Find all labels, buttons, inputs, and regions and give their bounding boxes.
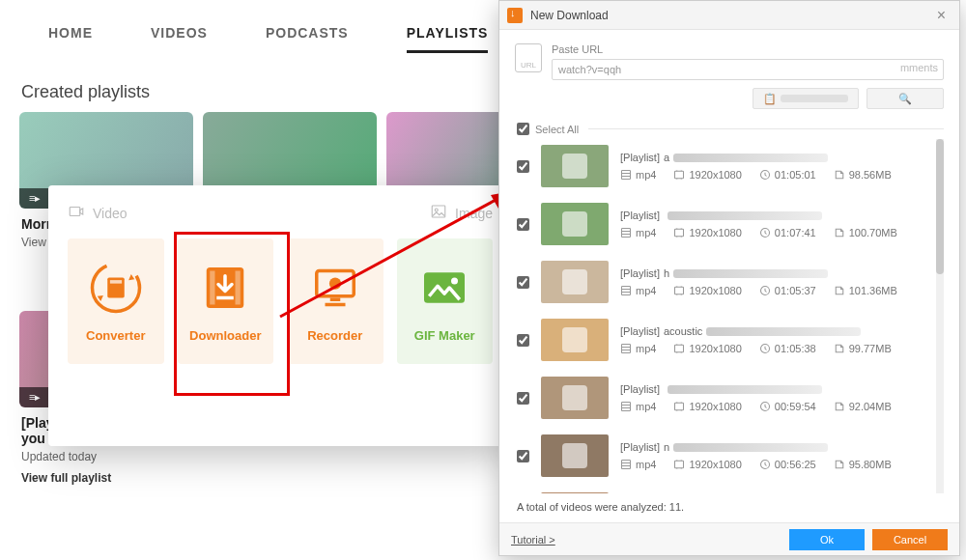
item-title-blur <box>673 443 828 452</box>
download-item[interactable]: [Playlist] acousticmp41920x108001:05:389… <box>515 313 938 371</box>
item-title-blur <box>706 327 861 336</box>
item-size: 101.36MB <box>849 285 897 296</box>
tutorial-link[interactable]: Tutorial > <box>511 534 555 546</box>
item-checkbox[interactable] <box>517 334 529 347</box>
duration-icon <box>759 459 771 470</box>
format-icon <box>620 459 632 470</box>
svg-rect-41 <box>675 403 684 410</box>
scrollbar-thumb[interactable] <box>936 139 944 274</box>
item-checkbox[interactable] <box>517 276 529 289</box>
analyze-button[interactable]: 📋 <box>753 88 859 109</box>
item-thumbnail <box>541 145 609 187</box>
cancel-button[interactable]: Cancel <box>872 529 948 550</box>
item-thumbnail <box>541 492 609 493</box>
item-title-blur <box>668 385 822 394</box>
item-format: mp4 <box>636 285 656 296</box>
item-duration: 01:07:41 <box>775 227 816 238</box>
item-size: 92.04MB <box>849 401 892 412</box>
download-item[interactable]: [Playlist] mp41920x108000:59:5492.04MB <box>515 371 938 429</box>
svg-rect-5 <box>110 280 122 284</box>
item-prefix: [Playlist] <box>620 267 660 279</box>
item-prefix: [Playlist] <box>620 210 660 221</box>
duration-icon <box>759 169 771 181</box>
tool-label: Converter <box>86 328 145 343</box>
tool-converter[interactable]: Converter <box>68 238 164 364</box>
svg-rect-12 <box>330 297 341 301</box>
resolution-icon <box>673 285 685 296</box>
svg-rect-9 <box>217 295 235 299</box>
recorder-icon <box>308 261 362 315</box>
item-checkbox[interactable] <box>517 160 529 173</box>
format-icon <box>620 343 632 354</box>
svg-rect-38 <box>622 403 631 411</box>
url-tail-text: mments <box>900 62 938 73</box>
tool-gif-maker[interactable]: GIF Maker <box>397 238 494 364</box>
select-all-label: Select All <box>535 124 579 135</box>
download-item[interactable]: [Playlist] amp41920x108000:42:3663.04MB <box>515 487 938 493</box>
svg-point-2 <box>435 209 438 211</box>
item-duration: 00:59:54 <box>775 401 816 412</box>
download-item[interactable]: [Playlist] mp41920x108001:07:41100.70MB <box>515 197 938 255</box>
item-title-blur <box>668 211 822 220</box>
tab-podcasts[interactable]: PODCASTS <box>266 25 349 53</box>
item-thumbnail <box>541 377 609 419</box>
download-item[interactable]: [Playlist] nmp41920x108000:56:2595.80MB <box>515 429 938 487</box>
tab-playlists[interactable]: PLAYLISTS <box>407 25 489 53</box>
close-button[interactable]: × <box>931 7 952 24</box>
item-title-blur <box>673 269 828 278</box>
ok-button[interactable]: Ok <box>789 529 865 550</box>
svg-rect-28 <box>622 287 631 295</box>
downloader-icon <box>198 261 252 315</box>
view-full-playlist-link[interactable]: View full playlist <box>19 467 193 489</box>
item-resolution: 1920x1080 <box>689 227 741 238</box>
download-items-list[interactable]: [Playlist] amp41920x108001:05:0198.56MB[… <box>515 139 944 493</box>
download-item[interactable]: [Playlist] hmp41920x108001:05:37101.36MB <box>515 255 938 313</box>
dialog-title: New Download <box>530 9 609 22</box>
item-title-hint: acoustic <box>664 325 702 337</box>
item-checkbox[interactable] <box>517 392 529 405</box>
item-title-hint: a <box>664 152 669 163</box>
svg-rect-33 <box>622 345 631 353</box>
resolution-icon <box>673 343 685 354</box>
item-prefix: [Playlist] <box>620 383 660 395</box>
duration-icon <box>759 227 771 238</box>
search-icon: 🔍 <box>898 93 912 105</box>
svg-rect-1 <box>432 206 445 217</box>
item-thumbnail <box>541 261 609 303</box>
duration-icon <box>759 401 771 412</box>
item-checkbox[interactable] <box>517 218 529 231</box>
svg-rect-7 <box>211 270 215 304</box>
item-duration: 01:05:37 <box>775 285 816 296</box>
format-icon <box>620 227 632 238</box>
item-duration: 01:05:38 <box>775 343 816 354</box>
search-button[interactable]: 🔍 <box>867 88 944 109</box>
analysis-summary: A total of videos were analyzed: 11. <box>515 493 944 517</box>
tool-downloader[interactable]: Downloader <box>178 238 274 364</box>
tool-label: Recorder <box>307 328 362 343</box>
item-checkbox[interactable] <box>517 450 529 462</box>
download-item[interactable]: [Playlist] amp41920x108001:05:0198.56MB <box>515 139 938 197</box>
item-thumbnail <box>541 434 609 477</box>
item-resolution: 1920x1080 <box>689 343 741 354</box>
tool-label: GIF Maker <box>414 328 475 343</box>
tab-home[interactable]: HOME <box>48 25 93 53</box>
svg-rect-13 <box>325 302 345 306</box>
svg-rect-0 <box>70 208 80 216</box>
tools-panel: Video Image Converter Downloader Recorde… <box>48 185 512 446</box>
video-icon <box>68 203 85 223</box>
converter-icon <box>89 261 143 315</box>
url-input[interactable] <box>552 59 944 80</box>
svg-point-15 <box>451 277 458 284</box>
item-format: mp4 <box>636 169 656 181</box>
playlist-badge-icon: ≡▸ <box>19 387 50 407</box>
svg-rect-36 <box>675 345 684 352</box>
select-all-checkbox[interactable] <box>517 123 529 135</box>
svg-rect-23 <box>622 229 631 238</box>
tool-recorder[interactable]: Recorder <box>287 238 384 364</box>
filesize-icon <box>834 401 845 412</box>
new-download-dialog: New Download × URL Paste URL mments 📋 🔍 <box>498 0 960 556</box>
gif-maker-icon <box>417 261 471 315</box>
duration-icon <box>759 343 771 354</box>
tab-videos[interactable]: VIDEOS <box>151 25 208 53</box>
format-icon <box>620 285 632 296</box>
